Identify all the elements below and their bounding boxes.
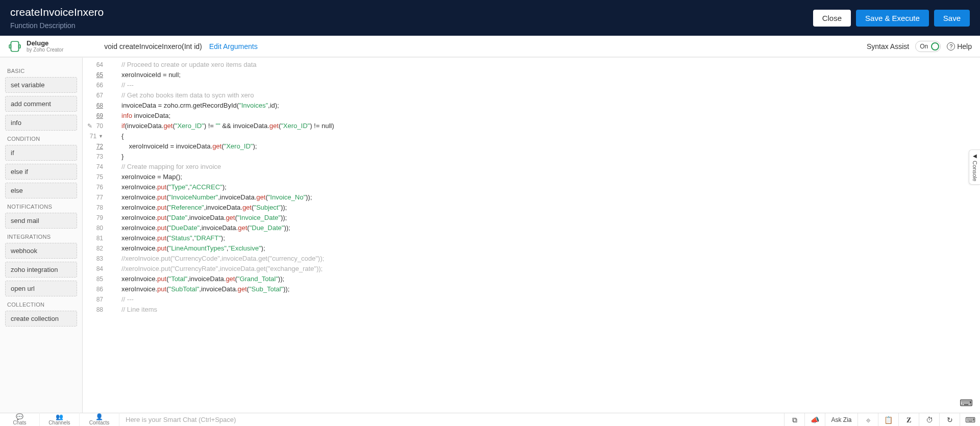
bottom-tool-6[interactable]: ⏱ (919, 413, 939, 427)
snippets-sidebar: BASICset variableadd commentinfoCONDITIO… (0, 58, 83, 413)
bottom-tab-chats[interactable]: 💬Chats (0, 413, 40, 426)
smart-chat-input[interactable]: Here is your Smart Chat (Ctrl+Space) (119, 416, 784, 423)
line-number[interactable]: 81 (83, 233, 103, 243)
code-line[interactable]: xeroInvoice.put("Status","DRAFT"); (121, 233, 980, 243)
snippet-zoho-integration[interactable]: zoho integration (5, 262, 77, 278)
line-number[interactable]: 64 (83, 60, 103, 70)
code-line[interactable]: xeroInvoice.put("Total",invoiceData.get(… (121, 274, 980, 284)
channels-icon: 👥 (56, 414, 63, 420)
code-line[interactable]: } (121, 152, 980, 162)
subheader-right: Syntax Assist On ? Help (867, 41, 972, 52)
line-number[interactable]: 79 (83, 213, 103, 223)
code-line[interactable]: xeroInvoice.put("LineAmountTypes","Exclu… (121, 243, 980, 254)
line-number[interactable]: 66 (83, 80, 103, 90)
snippet-else[interactable]: else (5, 183, 77, 198)
code-line[interactable]: // Line items (121, 305, 980, 315)
line-number[interactable]: 69 (83, 111, 103, 121)
line-number[interactable]: 76 (83, 182, 103, 192)
snippet-create-collection[interactable]: create collection (5, 311, 77, 327)
bottom-tool-5[interactable]: 𝐙 (898, 413, 919, 427)
header-left: createInvoiceInxero Function Description (10, 6, 104, 30)
close-button[interactable]: Close (813, 10, 851, 27)
code-editor[interactable]: 646566676869✎7071▼7273747576777879808182… (83, 58, 980, 413)
edit-arguments-link[interactable]: Edit Arguments (209, 42, 258, 51)
line-number[interactable]: 83 (83, 254, 103, 264)
syntax-assist-toggle[interactable]: On (915, 41, 941, 52)
fold-icon[interactable]: ▼ (99, 131, 103, 141)
bottom-tool-1[interactable]: 📣 (804, 413, 825, 427)
header-actions: Close Save & Execute Save (813, 10, 970, 27)
line-number[interactable]: 75 (83, 172, 103, 182)
sidebar-section-title: NOTIFICATIONS (7, 204, 77, 210)
line-number[interactable]: 88 (83, 305, 103, 315)
bottom-tool-3[interactable]: ⟐ (857, 413, 878, 427)
function-title: createInvoiceInxero (10, 6, 104, 18)
line-number[interactable]: 73 (83, 152, 103, 162)
bottom-tool-8[interactable]: ⌨ (960, 413, 980, 427)
line-number[interactable]: 71▼ (83, 131, 103, 141)
save-execute-button[interactable]: Save & Execute (856, 10, 929, 27)
line-number[interactable]: 77 (83, 192, 103, 203)
code-line[interactable]: xeroInvoiceId = null; (121, 70, 980, 80)
line-number[interactable]: 82 (83, 243, 103, 254)
code-line[interactable]: xeroInvoiceId = invoiceData.get("Xero_ID… (121, 141, 980, 152)
code-line[interactable]: xeroInvoice.put("SubTotal",invoiceData.g… (121, 284, 980, 294)
line-number[interactable]: 87 (83, 294, 103, 305)
line-number[interactable]: 74 (83, 162, 103, 172)
snippet-info[interactable]: info (5, 115, 77, 131)
code-line[interactable]: // Proceed to create or update xero item… (121, 60, 980, 70)
keyboard-icon[interactable]: ⌨ (960, 397, 973, 409)
code-line[interactable]: xeroInvoice.put("Reference",invoiceData.… (121, 203, 980, 213)
code-line[interactable]: xeroInvoice.put("Date",invoiceData.get("… (121, 213, 980, 223)
bottom-right-tools: ⧉📣Ask Zia⟐📋𝐙⏱↻⌨ (784, 413, 980, 427)
code-line[interactable]: xeroInvoice = Map(); (121, 172, 980, 182)
line-number[interactable]: 67 (83, 90, 103, 101)
code-line[interactable]: // Create mapping for xero invoice (121, 162, 980, 172)
code-line[interactable]: xeroInvoice.put("Type","ACCREC"); (121, 182, 980, 192)
bottom-bar: 💬Chats👥Channels👤Contacts Here is your Sm… (0, 413, 980, 426)
code-line[interactable]: //xeroInvoice.put("CurrencyRate",invoice… (121, 264, 980, 274)
line-number[interactable]: 80 (83, 223, 103, 233)
bottom-tab-contacts[interactable]: 👤Contacts (80, 413, 119, 426)
snippet-add-comment[interactable]: add comment (5, 96, 77, 112)
chats-icon: 💬 (16, 414, 23, 420)
bottom-tab-channels[interactable]: 👥Channels (40, 413, 80, 426)
snippet-if[interactable]: if (5, 145, 77, 161)
function-description[interactable]: Function Description (10, 21, 104, 30)
save-button[interactable]: Save (934, 10, 970, 27)
code-line[interactable]: invoiceData = zoho.crm.getRecordById("In… (121, 101, 980, 111)
code-line[interactable]: // --- (121, 80, 980, 90)
bottom-tab-label: Contacts (89, 420, 109, 425)
line-number[interactable]: 86 (83, 284, 103, 294)
line-number[interactable]: 65 (83, 70, 103, 80)
code-line[interactable]: // --- (121, 294, 980, 305)
line-number[interactable]: 85 (83, 274, 103, 284)
bottom-tool-4[interactable]: 📋 (878, 413, 898, 427)
snippet-else-if[interactable]: else if (5, 164, 77, 180)
line-number[interactable]: 72 (83, 141, 103, 152)
line-number[interactable]: 78 (83, 203, 103, 213)
snippet-set-variable[interactable]: set variable (5, 77, 77, 93)
bottom-tool-0[interactable]: ⧉ (784, 413, 804, 427)
code-line[interactable]: // Get zoho books item data to sycn with… (121, 90, 980, 101)
code-line[interactable]: xeroInvoice.put("InvoiceNumber",invoiceD… (121, 192, 980, 203)
snippet-open-url[interactable]: open url (5, 281, 77, 296)
code-line[interactable]: xeroInvoice.put("DueDate",invoiceData.ge… (121, 223, 980, 233)
snippet-send-mail[interactable]: send mail (5, 213, 77, 229)
code-line[interactable]: info invoiceData; (121, 111, 980, 121)
code-line[interactable]: { (121, 131, 980, 141)
line-number[interactable]: 68 (83, 101, 103, 111)
line-number[interactable]: 84 (83, 264, 103, 274)
deluge-logo-icon (8, 40, 21, 53)
code-line[interactable]: if(invoiceData.get("Xero_ID") != "" && i… (121, 121, 980, 131)
bottom-tool-2[interactable]: Ask Zia (825, 413, 857, 427)
bottom-tool-7[interactable]: ↻ (939, 413, 960, 427)
console-toggle[interactable]: ◀ Console (969, 149, 980, 185)
line-number[interactable]: ✎70 (83, 121, 103, 131)
help-button[interactable]: ? Help (947, 42, 972, 51)
code-area[interactable]: // Proceed to create or update xero item… (107, 58, 980, 413)
edit-line-icon[interactable]: ✎ (87, 121, 92, 131)
snippet-webhook[interactable]: webhook (5, 243, 77, 259)
svg-rect-2 (19, 44, 20, 48)
code-line[interactable]: //xeroInvoice.put("CurrencyCode",invoice… (121, 254, 980, 264)
